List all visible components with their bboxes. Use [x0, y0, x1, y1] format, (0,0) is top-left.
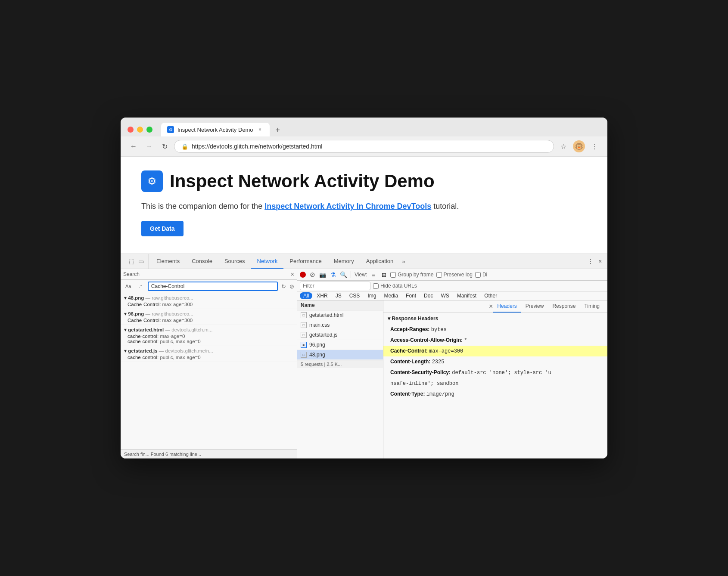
get-data-button[interactable]: Get Data	[141, 221, 184, 236]
devtools-more-button[interactable]: ⋮	[587, 257, 594, 265]
inspect-element-icon[interactable]: ⬚	[128, 257, 135, 265]
file-item-js[interactable]: □ getstarted.js	[297, 330, 383, 340]
regex-button[interactable]: .*	[137, 282, 144, 290]
search-panel: Search × Aa .* ↻ ⊘	[121, 269, 297, 458]
page-favicon: ⚙	[141, 170, 163, 192]
view-label: View:	[355, 272, 367, 278]
network-toolbar: ⊘ 📷 ⚗ 🔍 View: ≡ ⊞ Group by frame Preserv…	[297, 269, 607, 281]
group-by-frame-group: Group by frame	[390, 272, 433, 278]
tab-performance[interactable]: Performance	[283, 254, 327, 269]
search-result-value: Cache-Control: max-age=300	[124, 302, 293, 307]
tab-preview[interactable]: Preview	[521, 300, 548, 313]
tab-elements[interactable]: Elements	[150, 254, 186, 269]
tab-headers[interactable]: Headers	[493, 300, 521, 313]
preserve-log-checkbox[interactable]	[436, 272, 442, 278]
search-query-input[interactable]	[148, 282, 278, 291]
page-content: ⚙ Inspect Network Activity Demo This is …	[121, 156, 607, 254]
address-bar[interactable]: 🔒 https://devtools.glitch.me/network/get…	[174, 140, 554, 153]
devtools-panel: ⬚ ▭ Elements Console Sources Network Per…	[121, 254, 607, 458]
search-label: Search	[123, 271, 140, 277]
description-pre: This is the companion demo for the	[141, 202, 264, 211]
search-result-html[interactable]: ▾ getstarted.html — devtools.glitch.m...…	[121, 325, 297, 346]
filter-manifest[interactable]: Manifest	[454, 292, 480, 299]
back-button[interactable]: ←	[128, 140, 140, 152]
filter-other[interactable]: Other	[481, 292, 501, 299]
search-result-js[interactable]: ▾ getstarted.js — devtools.glitch.me/n..…	[121, 346, 297, 362]
search-refresh-button[interactable]: ↻	[281, 283, 286, 290]
tab-network[interactable]: Network	[251, 254, 284, 269]
filter-img[interactable]: Img	[364, 292, 380, 299]
devtools-link[interactable]: Inspect Network Activity In Chrome DevTo…	[264, 202, 431, 211]
hide-data-urls-checkbox[interactable]	[373, 283, 379, 289]
devtools-icon-area: ⬚ ▭	[124, 254, 149, 269]
tab-application[interactable]: Application	[360, 254, 400, 269]
file-item-48png[interactable]: □ 48.png	[297, 350, 383, 360]
header-row-csp-cont: nsafe-inline'; sandbox	[383, 378, 607, 389]
filter-js[interactable]: JS	[332, 292, 345, 299]
filter-css[interactable]: CSS	[346, 292, 364, 299]
header-row-content-length: Content-Length: 2325	[383, 356, 607, 367]
tab-memory[interactable]: Memory	[328, 254, 360, 269]
search-options: Aa .* ↻ ⊘	[121, 280, 297, 293]
record-button[interactable]	[300, 272, 306, 278]
filter-icon[interactable]: ⚗	[329, 271, 337, 279]
filter-input[interactable]	[300, 282, 370, 290]
case-sensitive-button[interactable]: Aa	[123, 282, 133, 290]
avatar[interactable]: 🐵	[573, 140, 585, 152]
file-item-96png[interactable]: ■ 96.png	[297, 340, 383, 350]
search-network-button[interactable]: 🔍	[339, 271, 347, 279]
search-header: Search ×	[121, 269, 297, 280]
new-tab-button[interactable]: +	[271, 124, 284, 136]
search-result-48png[interactable]: ▾ 48.png — raw.githubuserco... Cache-Con…	[121, 293, 297, 309]
search-result-value-3b: cache-control: public, max-age=0	[124, 339, 293, 344]
clear-button[interactable]: ⊘	[308, 271, 316, 279]
camera-button[interactable]: 📷	[319, 271, 327, 279]
tab-response[interactable]: Response	[548, 300, 580, 313]
filter-all[interactable]: All	[300, 292, 312, 299]
file-item-css[interactable]: □ main.css	[297, 320, 383, 330]
menu-button[interactable]: ⋮	[588, 140, 600, 152]
disable-cache-checkbox[interactable]	[475, 272, 481, 278]
filename-html: getstarted.html	[309, 312, 343, 318]
refresh-button[interactable]: ↻	[159, 140, 171, 152]
search-close-button[interactable]: ×	[291, 271, 294, 278]
minimize-traffic-light[interactable]	[137, 127, 143, 133]
search-result-96png[interactable]: ▾ 96.png — raw.githubuserco... Cache-Con…	[121, 309, 297, 325]
page-header: ⚙ Inspect Network Activity Demo	[141, 170, 587, 192]
filter-media[interactable]: Media	[380, 292, 401, 299]
grid-view-button[interactable]: ⊞	[380, 271, 388, 279]
maximize-traffic-light[interactable]	[146, 127, 152, 133]
device-mode-icon[interactable]: ▭	[137, 257, 145, 265]
tab-timing[interactable]: Timing	[580, 300, 604, 313]
active-tab[interactable]: ⚙ Inspect Network Activity Demo ×	[161, 123, 270, 136]
search-status: Search fin... Found 6 matching line...	[121, 449, 297, 458]
search-results-list: ▾ 48.png — raw.githubuserco... Cache-Con…	[121, 293, 297, 449]
devtools-close-button[interactable]: ×	[596, 257, 604, 265]
list-view-button[interactable]: ≡	[370, 271, 377, 279]
page-title: Inspect Network Activity Demo	[170, 171, 435, 192]
network-filter-bar: Hide data URLs	[297, 281, 607, 291]
bookmark-button[interactable]: ☆	[557, 140, 569, 152]
tab-title: Inspect Network Activity Demo	[177, 127, 253, 133]
file-item-html[interactable]: □ getstarted.html	[297, 310, 383, 320]
title-bar: ⚙ Inspect Network Activity Demo × +	[121, 118, 607, 136]
tab-console[interactable]: Console	[186, 254, 218, 269]
preserve-log-group: Preserve log	[436, 272, 473, 278]
filename-js: getstarted.js	[309, 332, 337, 338]
headers-close-button[interactable]: ×	[489, 303, 493, 310]
devtools-body: Search × Aa .* ↻ ⊘	[121, 269, 607, 458]
traffic-lights	[128, 127, 152, 133]
forward-button[interactable]: →	[143, 140, 155, 152]
group-by-frame-checkbox[interactable]	[390, 272, 396, 278]
filter-doc[interactable]: Doc	[420, 292, 436, 299]
tab-close-button[interactable]: ×	[257, 126, 264, 133]
search-clear-button[interactable]: ⊘	[289, 283, 294, 290]
filename-css: main.css	[309, 322, 330, 328]
tab-sources[interactable]: Sources	[218, 254, 251, 269]
filter-xhr[interactable]: XHR	[313, 292, 331, 299]
filter-ws[interactable]: WS	[437, 292, 452, 299]
more-tabs-button[interactable]: »	[399, 255, 408, 268]
close-traffic-light[interactable]	[128, 127, 134, 133]
header-row-content-type: Content-Type: image/png	[383, 389, 607, 399]
filter-font[interactable]: Font	[402, 292, 420, 299]
